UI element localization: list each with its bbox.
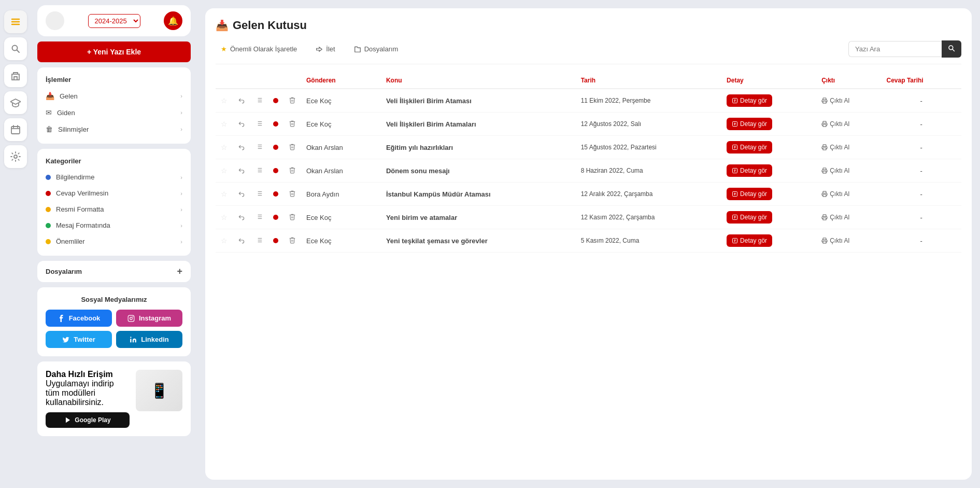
trash-cell[interactable] [283, 183, 301, 206]
cikti-button[interactable]: Çıktı Al [821, 120, 849, 128]
linkedin-button[interactable]: Linkedin [116, 331, 182, 348]
star-icon[interactable]: ☆ [221, 166, 228, 175]
forward-button[interactable]: İlet [310, 42, 340, 56]
calendar-nav-icon[interactable] [4, 118, 27, 141]
menu-cell[interactable] [250, 229, 268, 253]
sender-cell: Okan Arslan [301, 159, 381, 183]
reply-cell[interactable] [233, 113, 250, 136]
reply-cell[interactable] [233, 89, 250, 113]
star-important-button[interactable]: ★ Önemli Olarak İşaretle [216, 42, 302, 56]
cevap-tarihi-cell: - [882, 89, 961, 113]
detay-cell[interactable]: Detay gör [721, 113, 816, 136]
detay-button[interactable]: Detay gör [727, 164, 772, 177]
google-play-button[interactable]: Google Play [46, 412, 130, 428]
trash-cell[interactable] [283, 159, 301, 183]
star-cell[interactable]: ☆ [216, 136, 233, 159]
cikti-button[interactable]: Çıktı Al [821, 237, 849, 244]
sidebar-item-bilgilendirme[interactable]: Bilgilendirme › [37, 169, 191, 185]
cikti-button[interactable]: Çıktı Al [821, 97, 849, 104]
trash-cell[interactable] [283, 113, 301, 136]
sidebar-item-gelen[interactable]: 📥 Gelen › [37, 88, 191, 104]
islemler-title: İşlemler [37, 74, 191, 88]
new-post-button[interactable]: + Yeni Yazı Ekle [37, 41, 191, 62]
detay-cell[interactable]: Detay gör [721, 136, 816, 159]
detay-button[interactable]: Detay gör [727, 188, 772, 200]
toolbar-left: ★ Önemli Olarak İşaretle İlet Dosyalarım [216, 42, 403, 56]
cikti-cell[interactable]: Çıktı Al [816, 229, 881, 253]
detay-cell[interactable]: Detay gör [721, 89, 816, 113]
cikti-cell[interactable]: Çıktı Al [816, 159, 881, 183]
star-cell[interactable]: ☆ [216, 183, 233, 206]
star-icon[interactable]: ☆ [221, 143, 228, 151]
menu-cell[interactable] [250, 183, 268, 206]
menu-cell[interactable] [250, 159, 268, 183]
sidebar-item-resmi-formatta[interactable]: Resmi Formatta › [37, 201, 191, 217]
detay-button[interactable]: Detay gör [727, 141, 772, 154]
cikti-cell[interactable]: Çıktı Al [816, 113, 881, 136]
detay-button[interactable]: Detay gör [727, 234, 772, 247]
detay-cell[interactable]: Detay gör [721, 206, 816, 229]
star-icon[interactable]: ☆ [221, 213, 228, 221]
reply-cell[interactable] [233, 229, 250, 253]
trash-cell[interactable] [283, 229, 301, 253]
trash-cell[interactable] [283, 136, 301, 159]
star-cell[interactable]: ☆ [216, 206, 233, 229]
menu-cell[interactable] [250, 206, 268, 229]
cikti-cell[interactable]: Çıktı Al [816, 183, 881, 206]
logo-icon[interactable] [4, 10, 27, 33]
star-icon[interactable]: ☆ [221, 190, 228, 198]
reply-cell[interactable] [233, 159, 250, 183]
instagram-button[interactable]: Instagram [116, 310, 182, 327]
onemliler-dot [46, 239, 51, 244]
sidebar-item-cevap-verilmesin[interactable]: Cevap Verilmesin › [37, 185, 191, 201]
notification-bell[interactable]: 🔔 [164, 11, 182, 30]
myfiles-toolbar-button[interactable]: Dosyalarım [349, 42, 404, 56]
search-button[interactable] [942, 40, 961, 58]
detay-cell[interactable]: Detay gör [721, 229, 816, 253]
star-icon[interactable]: ☆ [221, 96, 228, 105]
reply-cell[interactable] [233, 206, 250, 229]
star-cell[interactable]: ☆ [216, 89, 233, 113]
trash-cell[interactable] [283, 206, 301, 229]
search-nav-icon[interactable] [4, 37, 27, 60]
sidebar-item-onemliler[interactable]: Önemliler › [37, 233, 191, 249]
dosyalarim-section[interactable]: Dosyalarım + [37, 261, 191, 282]
cikti-button[interactable]: Çıktı Al [821, 144, 849, 151]
cikti-button[interactable]: Çıktı Al [821, 190, 849, 198]
sidebar-item-silinmisler[interactable]: 🗑 Silinmişler › [37, 121, 191, 137]
reply-cell[interactable] [233, 183, 250, 206]
detay-button[interactable]: Detay gör [727, 211, 772, 224]
cikti-button[interactable]: Çıktı Al [821, 167, 849, 174]
sidebar-item-mesaj-formatinda[interactable]: Mesaj Formatında › [37, 217, 191, 233]
cikti-cell[interactable]: Çıktı Al [816, 89, 881, 113]
detay-cell[interactable]: Detay gör [721, 183, 816, 206]
star-icon[interactable]: ☆ [221, 120, 228, 128]
date-cell: 12 Ağustos 2022, Salı [576, 113, 721, 136]
col-cevap-tarihi: Cevap Tarihi [882, 73, 961, 89]
cikti-cell[interactable]: Çıktı Al [816, 136, 881, 159]
year-select[interactable]: 2024-2025 [88, 14, 140, 28]
facebook-button[interactable]: Facebook [46, 310, 112, 327]
menu-cell[interactable] [250, 113, 268, 136]
detay-button[interactable]: Detay gör [727, 94, 772, 107]
graduation-nav-icon[interactable] [4, 91, 27, 114]
trash-cell[interactable] [283, 89, 301, 113]
star-icon[interactable]: ☆ [221, 236, 228, 245]
detay-button[interactable]: Detay gör [727, 118, 772, 130]
reply-cell[interactable] [233, 136, 250, 159]
menu-cell[interactable] [250, 89, 268, 113]
gelen-label: Gelen [60, 92, 78, 100]
cikti-button[interactable]: Çıktı Al [821, 214, 849, 221]
cikti-cell[interactable]: Çıktı Al [816, 206, 881, 229]
star-cell[interactable]: ☆ [216, 159, 233, 183]
subject-cell: İstanbul Kampüs Müdür Ataması [381, 183, 576, 206]
search-input[interactable] [848, 41, 942, 57]
detay-cell[interactable]: Detay gör [721, 159, 816, 183]
menu-cell[interactable] [250, 136, 268, 159]
settings-nav-icon[interactable] [4, 145, 27, 168]
sidebar-item-giden[interactable]: ✉ Giden › [37, 104, 191, 121]
twitter-button[interactable]: Twitter [46, 331, 112, 348]
star-cell[interactable]: ☆ [216, 229, 233, 253]
building-nav-icon[interactable] [4, 64, 27, 87]
star-cell[interactable]: ☆ [216, 113, 233, 136]
